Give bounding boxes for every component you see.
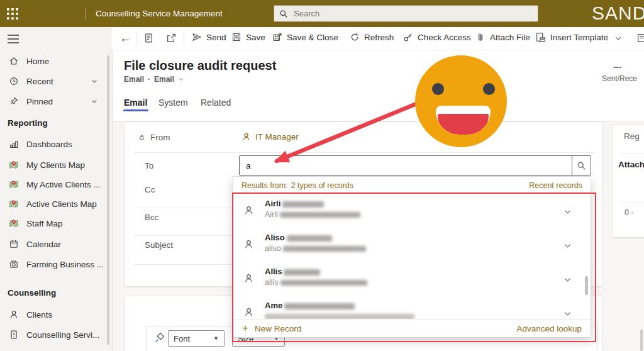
send-icon [192, 32, 202, 42]
commandbar-divider [184, 32, 184, 45]
chevron-down-icon[interactable] [563, 241, 572, 250]
command-bar: ← Send Save [112, 27, 644, 50]
new-record-button[interactable]: New Record [255, 324, 301, 333]
bcc-field-label: Bcc [145, 213, 159, 222]
lookup-result-row[interactable]: Ame [233, 296, 591, 320]
send-button[interactable]: Send [192, 32, 226, 42]
sidebar-item-pinned[interactable]: Pinned [0, 94, 112, 109]
regarding-field-label: Reg [624, 131, 640, 141]
contact-email: aliso [265, 244, 281, 253]
sidebar-item-calendar[interactable]: Calendar [0, 237, 112, 252]
form-selector[interactable]: Email [154, 75, 174, 84]
lookup-result-row[interactable]: Allis allis [233, 262, 591, 296]
chevron-down-icon[interactable] [563, 207, 572, 216]
chevron-down-icon[interactable] [563, 309, 572, 318]
sidebar-item-staff-map[interactable]: Staff Map [0, 216, 112, 231]
font-family-dropdown[interactable]: Font ▼ [168, 330, 225, 347]
record-subtitle: Email · Email [124, 75, 184, 84]
chevron-down-icon[interactable] [178, 76, 184, 82]
sidebar-item-farming-business[interactable]: Farming Business ... [0, 257, 112, 272]
side-panel-card: Reg Attachm 0 - [612, 125, 644, 238]
topbar-divider [86, 8, 86, 20]
contact-name: Aliso [265, 233, 285, 242]
lookup-footer: + New Record Advanced lookup [233, 319, 591, 337]
caret-down-icon: ▼ [213, 335, 219, 342]
person-icon [243, 307, 254, 318]
lookup-result-row[interactable]: Aliso aliso [233, 228, 591, 262]
search-input[interactable] [292, 8, 533, 19]
emoji-tongue [438, 114, 489, 135]
recent-records-link[interactable]: Recent records [529, 181, 582, 190]
person-icon [243, 239, 254, 250]
hamburger-menu-icon[interactable] [8, 35, 19, 43]
field-divider [134, 152, 594, 153]
global-search-box[interactable] [274, 5, 538, 22]
app-name[interactable]: Counselling Service Management [96, 9, 223, 18]
clock-icon [9, 76, 19, 86]
more-commands-chevron[interactable] [614, 34, 623, 43]
tab-related[interactable]: Related [201, 98, 231, 108]
save-and-close-button[interactable]: Save & Close [272, 32, 338, 42]
header-status-label: Sent/Rece [602, 74, 637, 83]
sidebar-item-my-active-clients[interactable]: My Active Clients ... [0, 177, 112, 192]
tab-email[interactable]: Email [124, 98, 147, 108]
key-icon [403, 32, 413, 42]
search-icon [279, 9, 288, 18]
tab-system[interactable]: System [158, 98, 188, 108]
plus-icon: + [242, 322, 248, 335]
flyout-scrollbar[interactable] [585, 276, 588, 295]
advanced-lookup-link[interactable]: Advanced lookup [516, 324, 582, 333]
back-button[interactable]: ← [119, 31, 131, 45]
sidebar-item-recent[interactable]: Recent [0, 74, 112, 89]
calendar-icon [9, 239, 19, 249]
sidebar-item-home[interactable]: Home [0, 53, 112, 69]
to-lookup-input[interactable] [239, 155, 591, 176]
popout-icon[interactable] [166, 33, 177, 43]
contact-name: Ame [265, 301, 282, 310]
save-button[interactable]: Save [231, 32, 265, 42]
sidebar-item-counselling-services[interactable]: Counselling Servi... [0, 327, 112, 342]
document-exclaim-icon [9, 330, 19, 340]
sidebar-item-my-clients-map[interactable]: My Clients Map [0, 157, 112, 172]
sidebar-item-active-clients-map[interactable]: Active Clients Map [0, 196, 112, 211]
lookup-results-header: Results from: 2 types of records Recent … [233, 177, 591, 194]
sidebar-scrollbar[interactable] [107, 55, 109, 345]
clipped-command-icon[interactable] [636, 33, 644, 43]
app-window: Counselling Service Management SAND ← [0, 0, 644, 351]
lookup-search-button[interactable] [572, 155, 591, 176]
lookup-result-row[interactable]: Airli Airli [233, 194, 591, 228]
smiley-emoji-annotation [415, 55, 507, 147]
insert-template-button[interactable]: Insert Template [535, 32, 608, 43]
farm-building-icon [9, 259, 19, 269]
chevron-down-icon[interactable] [563, 275, 572, 284]
redacted-name [284, 303, 355, 309]
sidebar-item-dashboards[interactable]: Dashboards [0, 136, 112, 152]
contact-name: Airli [265, 199, 280, 208]
lock-icon [138, 133, 146, 142]
form-document-icon[interactable] [143, 33, 154, 43]
map-pin-icon [9, 218, 19, 228]
cc-field-label: Cc [145, 185, 155, 194]
subject-field-label: Subject [145, 240, 173, 250]
commandbar-divider [136, 32, 136, 45]
chevron-down-icon[interactable] [91, 98, 98, 105]
refresh-button[interactable]: Refresh [350, 32, 394, 42]
sidebar-item-clients[interactable]: Clients [0, 307, 112, 322]
app-launcher-icon[interactable] [7, 8, 18, 20]
save-close-icon [272, 32, 282, 42]
contact-email: allis [265, 278, 279, 287]
main-scrollbar[interactable] [640, 330, 643, 351]
format-painter-icon[interactable] [154, 332, 165, 343]
from-field-value[interactable]: IT Manager [242, 132, 299, 142]
results-from-label: Results from: [242, 181, 288, 190]
attach-file-button[interactable]: Attach File [475, 32, 530, 42]
contact-email: Airli [265, 210, 278, 219]
template-icon [535, 32, 546, 43]
chevron-down-icon[interactable] [91, 77, 98, 85]
attachments-record-count: 0 - [625, 208, 634, 217]
check-access-button[interactable]: Check Access [403, 32, 471, 42]
field-divider [620, 203, 644, 203]
results-from-value[interactable]: 2 types of records [291, 181, 353, 190]
sidebar-section-counselling: Counselling [0, 286, 112, 299]
emoji-mouth [436, 106, 491, 135]
